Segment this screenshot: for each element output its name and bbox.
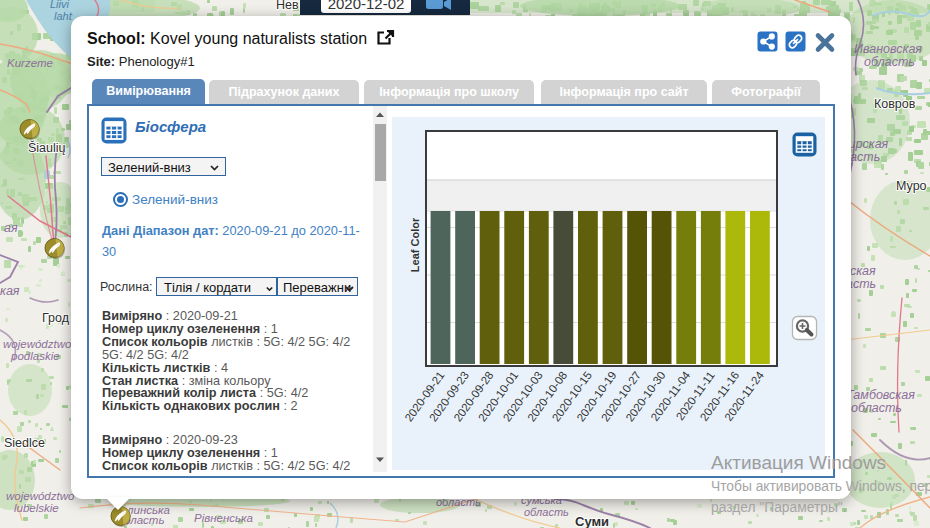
svg-text:województwo: województwo (6, 490, 75, 502)
svg-text:Šiaulių: Šiaulių (28, 140, 66, 155)
svg-text:Kurzeme: Kurzeme (7, 57, 53, 69)
svg-text:Liivi: Liivi (50, 0, 70, 10)
svg-text:область: область (851, 401, 902, 415)
svg-text:Муро: Муро (896, 179, 927, 193)
svg-text:podlaskie: podlaskie (10, 350, 60, 362)
svg-text:województwo: województwo (3, 338, 72, 350)
svg-text:Leaf Color: Leaf Color (409, 217, 421, 272)
svg-text:Грод: Грод (42, 311, 70, 325)
svg-text:Суми: Суми (575, 514, 609, 528)
svg-text:ая: ая (4, 221, 18, 235)
svg-text:Рівненська: Рівненська (194, 512, 253, 524)
svg-text:область: область (524, 506, 569, 518)
svg-text:2020-12-02: 2020-12-02 (328, 0, 405, 12)
svg-text:Ковров: Ковров (874, 97, 916, 111)
svg-text:кая: кая (0, 284, 20, 298)
svg-text:laht: laht (54, 10, 73, 22)
svg-text:Siedlce: Siedlce (4, 436, 45, 450)
svg-text:Нев: Нев (276, 0, 299, 12)
svg-text:lubelskie: lubelskie (14, 502, 59, 514)
svg-text:Тамбовская: Тамбовская (846, 388, 915, 402)
svg-text:область: область (864, 55, 915, 69)
svg-text:Ивановская: Ивановская (854, 42, 922, 56)
